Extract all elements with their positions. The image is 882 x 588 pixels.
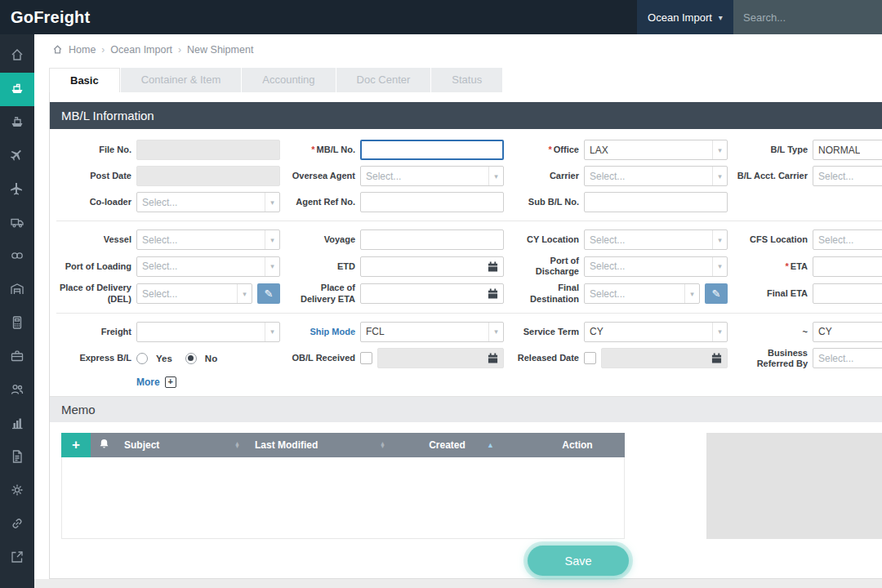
bl-acct-carrier-label: B/L Acct. Carrier <box>733 171 808 181</box>
module-select-dropdown[interactable]: Ocean Import ▾ <box>637 0 733 34</box>
obl-received-checkbox[interactable] <box>360 352 372 364</box>
tab-container-item[interactable]: Container & Item <box>121 68 242 92</box>
ship-mode-select[interactable]: FCL▾ <box>360 322 504 342</box>
sort-icon[interactable]: ▲▼ <box>234 442 240 449</box>
global-search-input[interactable] <box>733 0 882 34</box>
office-select[interactable]: LAX▾ <box>584 140 728 160</box>
port-of-discharge-select[interactable]: Select...▾ <box>584 256 728 277</box>
required-mark: * <box>786 261 789 271</box>
chevron-down-icon: ▾ <box>712 140 727 159</box>
expand-plus-icon[interactable]: + <box>165 376 176 388</box>
app-logo: GoFreight <box>0 8 90 27</box>
external-link-icon <box>10 550 24 568</box>
warehouse-icon <box>10 282 24 300</box>
memo-content-panel <box>706 433 882 539</box>
tab-bar: Basic Container & Item Accounting Doc Ce… <box>34 65 882 92</box>
tab-basic[interactable]: Basic <box>49 68 120 92</box>
express-bl-yes-radio[interactable] <box>136 353 148 364</box>
memo-table-header: + Subject ▲▼ Last Modified ▲▼ <box>61 433 625 457</box>
sort-asc-icon[interactable]: ▲ <box>487 442 494 449</box>
etd-date-input[interactable] <box>360 256 504 277</box>
express-bl-yes-label[interactable]: Yes <box>156 354 172 363</box>
calendar-icon[interactable] <box>488 261 498 272</box>
file-no-label: File No. <box>56 145 131 155</box>
co-loader-label: Co-loader <box>56 197 131 207</box>
file-no-input <box>136 140 280 160</box>
released-date-checkbox[interactable] <box>584 352 596 364</box>
obl-received-field <box>360 348 504 368</box>
final-eta-input[interactable] <box>813 283 882 304</box>
sidebar-item-trucking[interactable] <box>0 207 34 240</box>
sidebar-item-work[interactable] <box>0 341 34 374</box>
place-of-delivery-eta-input[interactable] <box>360 283 504 304</box>
mbl-form: File No. *MB/L No. *Office LAX▾ B/L Type… <box>50 129 882 396</box>
memo-column-last-modified[interactable]: Last Modified ▲▼ <box>247 433 393 457</box>
voyage-label: Voyage <box>285 234 355 245</box>
co-loader-select[interactable]: Select...▾ <box>136 192 280 212</box>
vessel-select[interactable]: Select...▾ <box>136 229 280 250</box>
tab-accounting[interactable]: Accounting <box>242 68 335 92</box>
eta-input[interactable] <box>813 256 882 277</box>
sort-icon[interactable]: ▲▼ <box>380 442 385 449</box>
place-of-delivery-select[interactable]: Select...▾ <box>136 283 252 304</box>
sidebar-item-ocean-export[interactable] <box>0 106 34 140</box>
agent-ref-no-input[interactable] <box>360 192 504 212</box>
service-term-dest-select[interactable]: CY▾ <box>813 322 882 342</box>
tab-status[interactable]: Status <box>431 68 502 92</box>
sidebar-item-accounting[interactable] <box>0 307 34 341</box>
calendar-icon[interactable] <box>488 353 498 363</box>
sidebar-item-settings[interactable] <box>0 474 34 508</box>
express-bl-no-label[interactable]: No <box>205 354 217 363</box>
users-icon <box>10 382 24 400</box>
memo-table-empty-body <box>61 457 625 539</box>
breadcrumb-new-shipment[interactable]: New Shipment <box>187 44 253 56</box>
calendar-icon[interactable] <box>488 288 498 299</box>
port-of-discharge-label: Port of Discharge <box>509 256 579 277</box>
final-destination-select[interactable]: Select...▾ <box>584 283 700 304</box>
breadcrumb-home[interactable]: Home <box>69 44 96 56</box>
chevron-down-icon: ▾ <box>488 323 503 341</box>
sidebar-item-home[interactable] <box>0 39 34 73</box>
mbl-no-input[interactable] <box>360 140 504 160</box>
bar-chart-icon <box>10 416 24 434</box>
freight-select[interactable]: ▾ <box>136 322 280 342</box>
more-link[interactable]: More <box>136 376 160 388</box>
cy-location-select[interactable]: Select...▾ <box>584 229 728 250</box>
bl-acct-carrier-select[interactable]: Select...▾ <box>813 166 882 186</box>
place-of-delivery-edit-button[interactable]: ✎ <box>257 283 280 304</box>
save-button[interactable]: Save <box>528 546 629 576</box>
tab-doc-center[interactable]: Doc Center <box>336 68 431 92</box>
ship-mode-label[interactable]: Ship Mode <box>285 327 355 337</box>
carrier-select[interactable]: Select...▾ <box>584 166 728 186</box>
sidebar-item-customers[interactable] <box>0 374 34 408</box>
breadcrumb-ocean-import[interactable]: Ocean Import <box>110 44 172 56</box>
oversea-agent-select[interactable]: Select...▾ <box>360 166 504 186</box>
memo-column-created[interactable]: Created ▲ <box>393 433 530 457</box>
sub-bl-no-input[interactable] <box>584 192 728 212</box>
sidebar-item-air-export[interactable] <box>0 173 34 207</box>
bl-type-select[interactable]: NORMAL▾ <box>813 140 882 160</box>
sidebar-item-logistics[interactable] <box>0 240 34 274</box>
sidebar-item-logout[interactable] <box>0 541 34 575</box>
calendar-icon[interactable] <box>711 353 722 363</box>
voyage-input[interactable] <box>360 229 504 250</box>
cfs-location-label: CFS Location <box>733 234 808 245</box>
memo-column-subject[interactable]: Subject ▲▼ <box>117 433 247 457</box>
express-bl-no-radio[interactable] <box>185 353 197 364</box>
chevron-down-icon: ▾ <box>265 257 279 276</box>
sidebar-item-air-import[interactable] <box>0 140 34 173</box>
cfs-location-select[interactable]: Select...▾ <box>813 229 882 250</box>
sidebar-item-ocean-import[interactable] <box>0 73 34 106</box>
bell-icon <box>99 439 109 452</box>
module-select-value: Ocean Import <box>648 11 712 24</box>
final-destination-edit-button[interactable]: ✎ <box>705 283 728 304</box>
sidebar-item-documents[interactable] <box>0 441 34 474</box>
port-of-loading-select[interactable]: Select...▾ <box>136 256 280 277</box>
business-referred-by-select[interactable]: Select...▾ <box>813 348 882 368</box>
sidebar-item-reports[interactable] <box>0 408 34 441</box>
service-term-select[interactable]: CY▾ <box>584 322 728 342</box>
add-memo-button[interactable]: + <box>61 433 91 457</box>
sidebar-item-integrations[interactable] <box>0 508 34 541</box>
chain-links-icon <box>10 248 24 266</box>
sidebar-item-warehouse[interactable] <box>0 274 34 307</box>
